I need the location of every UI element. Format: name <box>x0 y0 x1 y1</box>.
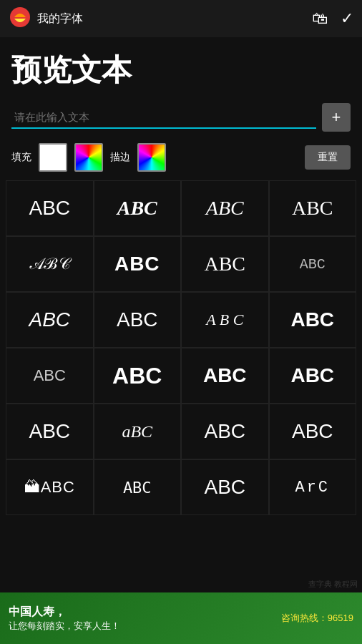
search-input[interactable] <box>11 107 316 129</box>
font-cell-4[interactable]: ABC <box>269 180 357 236</box>
font-cell-15[interactable]: ABC <box>181 348 269 404</box>
font-cell-7[interactable]: ABC <box>181 236 269 292</box>
font-cell-17[interactable]: ABC <box>6 404 94 459</box>
fill-label: 填充 <box>11 151 31 164</box>
banner-ad[interactable]: 中国人寿， 让您每刻踏实，安享人生！ 咨询热线：96519 <box>0 592 362 644</box>
font-preview-1: ABC <box>29 197 70 220</box>
font-preview-10: ABC <box>117 308 158 331</box>
search-bar-area: + <box>0 97 362 137</box>
font-cell-3[interactable]: ABC <box>181 180 269 236</box>
cart-icon[interactable]: 🛍 <box>312 9 328 28</box>
font-cell-21[interactable]: 🏔ABC <box>6 459 94 515</box>
font-preview-5: 𝒜ℬ𝒞 <box>30 255 69 273</box>
font-cell-24[interactable]: ArC <box>269 459 357 515</box>
font-preview-17: ABC <box>29 420 70 443</box>
font-cell-10[interactable]: ABC <box>94 292 182 348</box>
font-cell-18[interactable]: aBC <box>94 404 182 459</box>
banner-text-area: 中国人寿， 让您每刻踏实，安享人生！ <box>9 605 274 633</box>
topbar-left: 我的字体 <box>9 6 83 32</box>
fill-rainbow-swatch[interactable] <box>74 143 103 172</box>
banner-line2: 让您每刻踏实，安享人生！ <box>9 620 274 633</box>
font-cell-23[interactable]: ABC <box>181 459 269 515</box>
font-preview-15: ABC <box>203 364 247 387</box>
font-cell-9[interactable]: ABC <box>6 292 94 348</box>
font-cell-13[interactable]: ABC <box>6 348 94 404</box>
controls-area: 填充 描边 重置 <box>0 137 362 177</box>
font-preview-11: A B C <box>206 311 243 329</box>
font-grid: ABC ABC ABC ABC 𝒜ℬ𝒞 ABC ABC ABC ABC ABC … <box>0 177 362 518</box>
app-logo <box>9 6 31 29</box>
font-cell-1[interactable]: ABC <box>6 180 94 236</box>
font-preview-24: ArC <box>295 479 330 497</box>
font-preview-9: ABC <box>29 308 70 331</box>
font-cell-6[interactable]: ABC <box>94 236 182 292</box>
font-preview-18: aBC <box>122 422 152 441</box>
confirm-icon[interactable]: ✓ <box>341 9 353 28</box>
page-title: 预览文本 <box>11 50 351 90</box>
font-preview-23: ABC <box>204 476 245 499</box>
font-cell-19[interactable]: ABC <box>181 404 269 459</box>
font-preview-12: ABC <box>290 308 334 331</box>
font-preview-6: ABC <box>114 253 160 275</box>
font-preview-22: ABC <box>123 479 152 497</box>
banner-logo-area: 咨询热线：96519 <box>281 612 353 625</box>
banner-line1: 中国人寿， <box>9 605 274 620</box>
font-preview-4: ABC <box>292 197 333 220</box>
font-cell-12[interactable]: ABC <box>269 292 357 348</box>
topbar: 我的字体 🛍 ✓ <box>0 0 362 37</box>
banner-hotline: 咨询热线：96519 <box>281 612 353 625</box>
font-cell-2[interactable]: ABC <box>94 180 182 236</box>
font-cell-16[interactable]: ABC <box>269 348 357 404</box>
font-cell-11[interactable]: A B C <box>181 292 269 348</box>
reset-button[interactable]: 重置 <box>305 145 351 170</box>
stroke-color-swatch[interactable] <box>137 143 166 172</box>
font-preview-16: ABC <box>290 364 334 387</box>
font-preview-7: ABC <box>204 253 245 275</box>
topbar-right: 🛍 ✓ <box>312 9 353 28</box>
font-preview-8: ABC <box>300 256 326 273</box>
font-cell-14[interactable]: ABC <box>94 348 182 404</box>
font-preview-20: ABC <box>292 420 333 443</box>
stroke-label: 描边 <box>110 151 130 164</box>
font-preview-21: 🏔ABC <box>24 478 75 497</box>
watermark: 查字典 教程网 <box>304 577 362 591</box>
add-button[interactable]: + <box>322 103 351 132</box>
font-preview-14: ABC <box>112 363 162 389</box>
font-preview-2: ABC <box>117 197 157 220</box>
font-preview-13: ABC <box>34 366 66 385</box>
font-cell-22[interactable]: ABC <box>94 459 182 515</box>
app-title: 我的字体 <box>37 11 83 26</box>
font-preview-19: ABC <box>204 420 245 443</box>
font-cell-8[interactable]: ABC <box>269 236 357 292</box>
font-cell-20[interactable]: ABC <box>269 404 357 459</box>
font-cell-5[interactable]: 𝒜ℬ𝒞 <box>6 236 94 292</box>
font-preview-3: ABC <box>206 197 244 220</box>
fill-color-swatch[interactable] <box>39 143 67 172</box>
page-title-area: 预览文本 <box>0 37 362 97</box>
back-button[interactable] <box>9 6 31 32</box>
